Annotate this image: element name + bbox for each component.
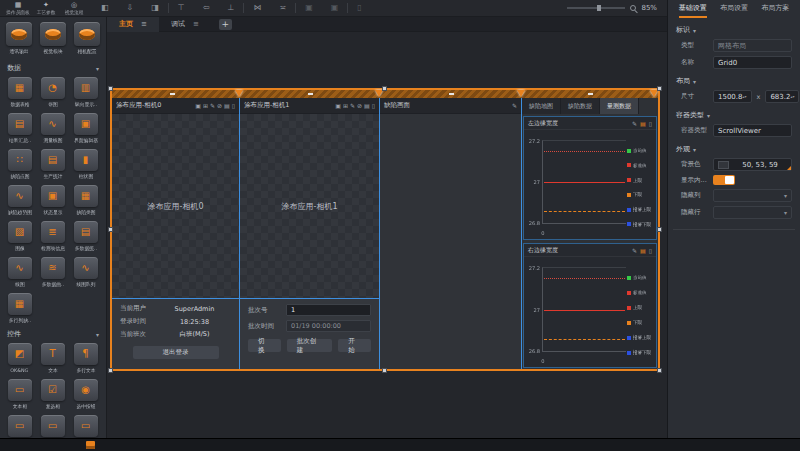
add-page-button[interactable]: + (219, 19, 232, 30)
resize-handle[interactable] (657, 368, 662, 373)
sidebar-item[interactable]: ▥ 纵向显示.. (71, 77, 100, 109)
column-split-marker[interactable] (517, 90, 525, 97)
zoom-slider-knob[interactable] (597, 5, 601, 11)
sidebar-item[interactable]: ◩ OK&NG (5, 343, 34, 375)
sidebar-item[interactable]: ▭ (5, 415, 34, 438)
batch-no-input[interactable]: 1 (286, 304, 371, 316)
chart-header-icon[interactable]: ✎ (632, 120, 637, 127)
sidebar-item[interactable]: ∿ 测量线图 (38, 113, 67, 145)
panel-header[interactable]: 涂布应用-相机0 ▣⊞✎⊘▤▯ (112, 98, 239, 114)
module-item[interactable]: 视觉模块 (39, 22, 68, 56)
properties-tab[interactable]: 基础设置 (679, 0, 707, 18)
sidebar-item[interactable]: ◉ 选中按钮 (71, 379, 100, 411)
batch-button[interactable]: 切换 (248, 339, 281, 352)
sidebar-item[interactable]: ◔ 饼图 (38, 77, 67, 109)
chart-header-icon[interactable]: ▯ (649, 247, 652, 254)
toolbar-icon[interactable]: ⋈ (243, 3, 270, 13)
section-container[interactable]: 容器类型▾ (668, 110, 800, 120)
batch-button[interactable]: 批次创建 (287, 339, 333, 352)
page-tab[interactable]: 调试 ≡ (159, 17, 211, 32)
toolbar-icon[interactable]: ⇩ (118, 3, 143, 13)
sidebar-item[interactable]: ▣ 界面编辑器 (71, 113, 100, 145)
toolbar-icon[interactable]: ▯ (347, 3, 370, 13)
sidebar-item[interactable]: ¶ 多行文本 (71, 343, 100, 375)
display-content-toggle[interactable] (713, 175, 735, 185)
chart-right-edge-width[interactable]: 右边缘宽度 ✎▤▯ 27.2 27 26.8 (523, 243, 657, 368)
resize-handle[interactable] (108, 86, 113, 91)
panel-header-icon[interactable]: ✎ (210, 102, 215, 109)
column-split-marker[interactable] (235, 90, 243, 97)
width-stepper[interactable]: 1500.8▴▾ (713, 90, 752, 103)
resize-handle[interactable] (108, 368, 113, 373)
toolbar-icon[interactable]: ⊤ (168, 3, 194, 13)
grid-column-header-strip[interactable] (112, 90, 658, 98)
design-surface-grid0[interactable]: 涂布应用-相机0 ▣⊞✎⊘▤▯ 涂布应用-相机0 当前用户 SuperAdm (110, 88, 660, 371)
module-item[interactable]: 通讯输出 (5, 22, 34, 56)
chevron-down-icon[interactable]: ▾ (96, 65, 99, 72)
resize-handle[interactable] (657, 227, 662, 232)
resize-handle[interactable] (382, 86, 387, 91)
resize-handle[interactable] (382, 368, 387, 373)
section-header-controls[interactable]: 控件 ▾ (5, 325, 101, 341)
properties-tab[interactable]: 布局方案 (761, 0, 789, 18)
batch-time-input[interactable]: 01/19 00:00:00 (286, 320, 371, 332)
sidebar-item[interactable]: ∿ 线图队列 (71, 257, 100, 289)
batch-button[interactable]: 开始 (338, 339, 371, 352)
chevron-down-icon[interactable]: ▾ (96, 331, 99, 338)
sidebar-item[interactable]: ∿ 缺陷趋势图 (5, 185, 34, 217)
section-header-data[interactable]: 数据 ▾ (5, 59, 101, 75)
name-field[interactable]: Grid0 (713, 56, 792, 69)
quick-item[interactable]: ▦ 操作员面板 (4, 1, 32, 16)
sidebar-item[interactable]: ≋ 多数据曲.. (38, 257, 67, 289)
sidebar-item[interactable]: ▮ 柱状图 (71, 149, 100, 181)
container-type-select[interactable]: ScrollViewer (713, 124, 792, 137)
data-tab[interactable]: 缺陷地图 (522, 98, 561, 114)
sidebar-item[interactable]: ∷ 缺陷点图 (5, 149, 34, 181)
sidebar-item[interactable]: ∿ 线图 (5, 257, 34, 289)
background-color-field[interactable]: 50, 53, 59 (713, 158, 792, 171)
properties-tab[interactable]: 布局设置 (720, 0, 748, 18)
panel-header-icon[interactable]: ▤ (224, 102, 230, 109)
chart-header-icon[interactable]: ✎ (632, 247, 637, 254)
chart-header-icon[interactable]: ▤ (640, 247, 646, 254)
panel-header[interactable]: 缺陷画面 ✎ (380, 98, 521, 114)
sidebar-item[interactable]: ▦ 数据表格 (5, 77, 34, 109)
data-tab[interactable]: 量测数据 (600, 98, 639, 114)
toolbar-icon[interactable]: ≍ (270, 3, 295, 13)
column-grip[interactable] (308, 93, 313, 95)
column-grip[interactable] (170, 93, 175, 95)
column-grip[interactable] (588, 93, 593, 95)
image-display-panel[interactable]: 涂布应用-相机1 (240, 114, 379, 298)
logout-button[interactable]: 退出登录 (133, 346, 219, 359)
toolbar-icon[interactable]: ⊥ (219, 3, 244, 13)
toolbar-icon[interactable]: ⇦ (194, 3, 219, 13)
edit-icon[interactable]: ✎ (512, 102, 517, 109)
chart-header-icon[interactable]: ▤ (640, 120, 646, 127)
hidden-columns-select[interactable]: ▾ (713, 189, 792, 202)
module-item[interactable]: 相机配置 (72, 22, 101, 56)
tab-menu-icon[interactable]: ≡ (193, 20, 199, 28)
section-layout[interactable]: 布局▾ (668, 76, 800, 86)
sidebar-item[interactable]: ☑ 复选框 (38, 379, 67, 411)
section-identity[interactable]: 标识▾ (668, 25, 800, 35)
resize-handle[interactable] (108, 227, 113, 232)
sidebar-item[interactable]: ▭ (38, 415, 67, 438)
toolbar-icon[interactable]: ▣ (295, 3, 322, 13)
sidebar-item[interactable]: T 文本 (38, 343, 67, 375)
sidebar-item[interactable]: ▦ 缺陷类图 (71, 185, 100, 217)
panel-header-icon[interactable]: ▣ (335, 102, 341, 109)
chart-left-edge-width[interactable]: 左边缘宽度 ✎▤▯ 27.2 27 26.8 (523, 116, 657, 240)
panel-header-icon[interactable]: ▯ (232, 102, 235, 109)
column-grip[interactable] (449, 93, 454, 95)
sidebar-item[interactable]: ▭ 文本框 (5, 379, 34, 411)
sidebar-item[interactable]: ▣ 状态显示 (38, 185, 67, 217)
quick-item[interactable]: ◎ 视觉流程 (60, 1, 88, 16)
status-notification-icon[interactable] (86, 441, 95, 449)
column-split-marker[interactable] (375, 90, 383, 97)
height-stepper[interactable]: 683.2▴▾ (765, 90, 799, 103)
panel-header-icon[interactable]: ▤ (364, 102, 370, 109)
sidebar-item[interactable]: ≣ 检测项信息 (38, 221, 67, 253)
resize-handle[interactable] (657, 86, 662, 91)
type-field[interactable]: 网格布局 (713, 39, 792, 52)
sidebar-item[interactable]: ▨ 图像 (5, 221, 34, 253)
